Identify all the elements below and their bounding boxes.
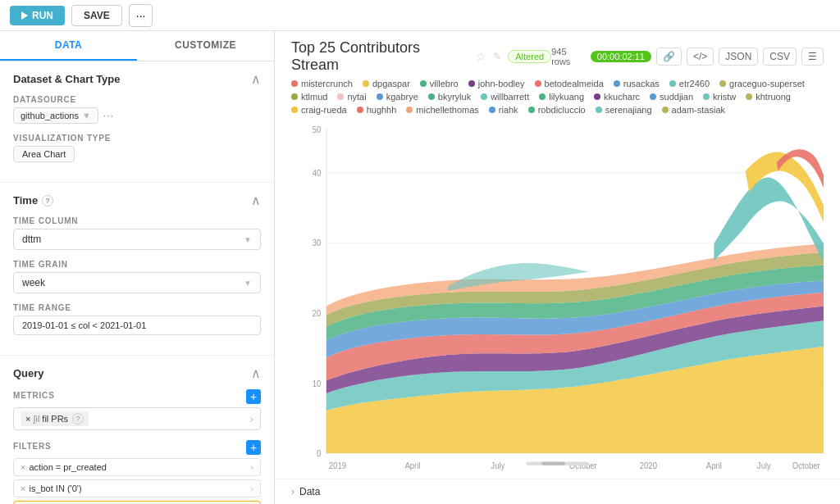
toolbar: RUN SAVE ··· xyxy=(0,0,840,31)
chart-header: Top 25 Contributors Stream ☆ ✎ Altered 9… xyxy=(275,31,840,74)
data-footer-label: Data xyxy=(299,486,320,497)
legend-item: adam-stasiak xyxy=(662,105,725,115)
legend-item: riahk xyxy=(489,105,518,115)
time-grain-label: TIME GRAIN xyxy=(13,260,261,269)
legend-item: willbarrett xyxy=(481,92,529,102)
chart-legend: mistercrunchdpgasparvillebrojohn-bodleyb… xyxy=(275,74,840,120)
filter-2-remove-icon[interactable]: × xyxy=(21,484,25,493)
viz-type-selector[interactable]: Area Chart xyxy=(13,146,75,162)
right-panel: Top 25 Contributors Stream ☆ ✎ Altered 9… xyxy=(275,31,840,504)
filter-item-2[interactable]: × is_bot IN ('0') › xyxy=(13,479,261,497)
svg-text:April: April xyxy=(706,461,722,470)
datasource-options-icon[interactable]: ··· xyxy=(103,110,114,121)
svg-text:April: April xyxy=(404,461,420,470)
code-icon-button[interactable]: </> xyxy=(687,48,714,66)
run-icon xyxy=(21,11,28,20)
svg-text:20: 20 xyxy=(313,309,322,318)
legend-item: kkucharc xyxy=(594,92,640,102)
legend-item: kgabrye xyxy=(377,92,418,102)
filter-1-arrow: › xyxy=(250,462,253,472)
star-icon[interactable]: ☆ xyxy=(476,50,486,63)
svg-rect-21 xyxy=(541,462,565,465)
dataset-section-title: Dataset & Chart Type xyxy=(13,73,121,85)
svg-text:40: 40 xyxy=(313,169,322,178)
data-footer-chevron: › xyxy=(291,486,294,497)
panel-tabs: DATA CUSTOMIZE xyxy=(0,31,274,61)
altered-badge: Altered xyxy=(508,50,551,63)
query-collapse-icon[interactable]: ∧ xyxy=(251,366,261,381)
svg-text:50: 50 xyxy=(313,125,322,134)
legend-item: bkyryluk xyxy=(428,92,471,102)
filter-item-3-warning[interactable]: ⚠ repo IN ('apache/incubator-superset') … xyxy=(13,501,261,504)
filter-1-remove-icon[interactable]: × xyxy=(21,462,25,472)
svg-text:July: July xyxy=(491,461,504,470)
svg-text:0: 0 xyxy=(317,449,322,458)
query-section-title: Query xyxy=(13,367,44,379)
dataset-collapse-icon[interactable]: ∧ xyxy=(251,71,261,87)
svg-text:October: October xyxy=(792,461,821,470)
chart-area: 0 10 20 30 40 50 xyxy=(275,120,840,479)
chart-title: Top 25 Contributors Stream xyxy=(291,39,469,74)
metrics-arrow: › xyxy=(249,412,253,425)
time-range-selector[interactable]: 2019-01-01 ≤ col < 2021-01-01 xyxy=(13,316,261,335)
dataset-section: Dataset & Chart Type ∧ DATASOURCE github… xyxy=(0,61,274,183)
viz-type-label: VISUALIZATION TYPE xyxy=(13,134,261,143)
filter-2-arrow: › xyxy=(250,484,253,493)
legend-item: craig-rueda xyxy=(291,105,347,115)
stream-chart-svg: 0 10 20 30 40 50 xyxy=(291,120,824,470)
legend-item: hughhh xyxy=(357,105,397,115)
filter-item-1[interactable]: × action = pr_created › xyxy=(13,458,261,476)
time-section: Time ? ∧ TIME COLUMN dttm ▼ TIME GRAIN w… xyxy=(0,183,274,356)
legend-item: villebro xyxy=(420,79,459,89)
legend-item: nytai xyxy=(337,92,366,102)
legend-item: graceguo-superset xyxy=(719,79,805,89)
svg-text:2019: 2019 xyxy=(329,461,347,470)
datasource-tag[interactable]: github_actions ▼ xyxy=(13,107,98,124)
legend-item: serenajiang xyxy=(596,105,652,115)
time-info-icon[interactable]: ? xyxy=(42,195,53,207)
svg-text:10: 10 xyxy=(313,379,322,388)
json-button[interactable]: JSON xyxy=(719,48,758,66)
svg-text:30: 30 xyxy=(313,238,322,247)
metric-tag-fil-prs: × ∫il fil PRs ? xyxy=(21,411,89,426)
time-badge: 00:00:02:11 xyxy=(591,51,651,62)
add-metric-button[interactable]: + xyxy=(246,389,261,404)
legend-item: john-bodley xyxy=(468,79,525,89)
legend-item: suddjian xyxy=(650,92,693,102)
time-section-title: Time xyxy=(13,194,38,207)
legend-item: robdicluccio xyxy=(528,105,586,115)
time-column-arrow: ▼ xyxy=(244,235,252,244)
svg-text:July: July xyxy=(757,461,771,470)
tab-customize[interactable]: CUSTOMIZE xyxy=(137,31,274,61)
time-column-label: TIME COLUMN xyxy=(13,216,261,225)
legend-item: kristw xyxy=(703,92,736,102)
filters-label: FILTERS xyxy=(13,442,52,451)
left-panel: DATA CUSTOMIZE Dataset & Chart Type ∧ DA… xyxy=(0,31,275,504)
tab-data[interactable]: DATA xyxy=(0,31,137,61)
run-button[interactable]: RUN xyxy=(10,6,65,25)
add-filter-button[interactable]: + xyxy=(246,440,261,455)
svg-text:2020: 2020 xyxy=(640,461,658,470)
time-column-selector[interactable]: dttm ▼ xyxy=(13,229,261,250)
edit-icon[interactable]: ✎ xyxy=(493,51,501,62)
legend-item: ktlmud xyxy=(291,92,327,102)
more-options-button[interactable]: ··· xyxy=(129,4,153,27)
metrics-label: METRICS xyxy=(13,391,55,400)
time-grain-arrow: ▼ xyxy=(244,279,252,288)
metrics-selector[interactable]: × ∫il fil PRs ? › xyxy=(13,407,261,430)
save-button[interactable]: SAVE xyxy=(71,5,122,26)
time-range-label: TIME RANGE xyxy=(13,303,261,312)
link-icon-button[interactable]: 🔗 xyxy=(656,48,682,66)
metric-info-icon[interactable]: ? xyxy=(72,413,84,425)
csv-button[interactable]: CSV xyxy=(763,48,797,66)
time-collapse-icon[interactable]: ∧ xyxy=(251,193,261,208)
main-layout: DATA CUSTOMIZE Dataset & Chart Type ∧ DA… xyxy=(0,31,840,504)
time-grain-selector[interactable]: week ▼ xyxy=(13,272,261,293)
legend-item: rusackas xyxy=(614,79,660,89)
legend-item: betodealmeida xyxy=(535,79,604,89)
data-footer[interactable]: › Data xyxy=(275,479,840,504)
more-chart-options-button[interactable]: ☰ xyxy=(801,48,824,66)
legend-item: khtruong xyxy=(746,92,791,102)
legend-item: michellethomas xyxy=(406,105,478,115)
legend-item: dpgaspar xyxy=(363,79,410,89)
